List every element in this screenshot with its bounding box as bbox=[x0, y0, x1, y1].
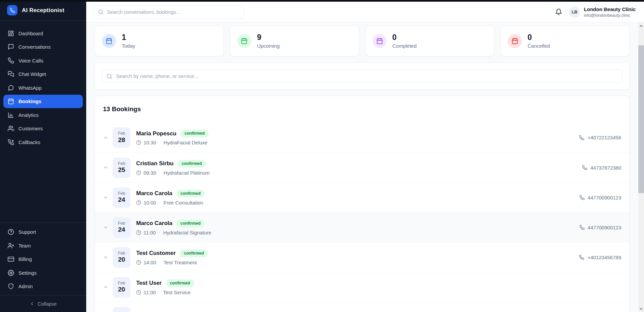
booking-date-badge: Feb 20 bbox=[113, 247, 130, 268]
search-icon bbox=[98, 9, 104, 15]
stat-value: 0 bbox=[528, 33, 550, 41]
sidebar-item-label: Analytics bbox=[18, 112, 39, 118]
sidebar-item-label: Bookings bbox=[18, 98, 41, 104]
chevron-down-icon[interactable] bbox=[103, 284, 108, 290]
sidebar-spacer bbox=[0, 149, 86, 222]
billing-icon bbox=[8, 256, 14, 262]
global-search-input[interactable] bbox=[107, 9, 240, 15]
booking-row[interactable]: Feb 28 Maria Popescu confirmed 10:30 Hyd… bbox=[95, 123, 629, 152]
whatsapp-icon bbox=[8, 85, 14, 91]
booking-date-badge: Feb 28 bbox=[113, 127, 130, 148]
booking-time: 14:00 bbox=[144, 260, 156, 265]
clock-icon bbox=[136, 170, 141, 175]
booking-customer-name: Maria Popescu bbox=[136, 130, 176, 137]
notifications-bell-icon[interactable] bbox=[555, 8, 562, 15]
booking-row[interactable]: Feb 24 Marco Carola confirmed 10:00 Free… bbox=[95, 182, 629, 212]
chevron-down-icon[interactable] bbox=[103, 165, 108, 170]
stat-value: 9 bbox=[257, 33, 280, 41]
booking-info: Test User confirmed 11:00 Test Service bbox=[136, 279, 194, 295]
sidebar-item-voice-calls[interactable]: Voice Calls bbox=[3, 54, 83, 68]
booking-day: 24 bbox=[118, 226, 125, 233]
booking-customer-name: Marco Carola bbox=[136, 220, 172, 227]
bookings-search-input[interactable] bbox=[116, 73, 618, 79]
account-name: London Beauty Clinic bbox=[584, 6, 636, 12]
sidebar-item-support[interactable]: Support bbox=[3, 225, 83, 239]
sidebar-item-settings[interactable]: Settings bbox=[3, 266, 83, 280]
booking-time: 09:30 bbox=[144, 170, 156, 176]
booking-day: 25 bbox=[118, 167, 125, 174]
analytics-icon bbox=[8, 112, 14, 118]
bookings-filter-panel bbox=[95, 62, 630, 90]
scrollbar-thumb[interactable] bbox=[638, 45, 644, 193]
booking-date-badge: Feb 24 bbox=[113, 217, 130, 238]
sidebar-collapse-button[interactable]: Collapse bbox=[0, 295, 86, 312]
booking-status-badge: confirmed bbox=[176, 190, 205, 197]
sidebar-item-bookings[interactable]: Bookings bbox=[3, 95, 83, 108]
chevron-down-icon[interactable] bbox=[103, 225, 108, 230]
booking-customer-name: Test User bbox=[136, 280, 162, 286]
sidebar-item-label: Customers bbox=[18, 126, 43, 131]
booking-date-badge: Feb bbox=[113, 307, 130, 312]
sidebar-item-billing[interactable]: Billing bbox=[3, 253, 83, 266]
stat-card-upcoming: 9 Upcoming bbox=[230, 26, 359, 56]
booking-date-badge: Feb 20 bbox=[113, 277, 130, 298]
clock-icon bbox=[136, 290, 141, 295]
dashboard-icon bbox=[8, 30, 14, 37]
booking-phone-number: 44737872380 bbox=[590, 165, 621, 171]
booking-service: HydraFacial Deluxe bbox=[164, 140, 208, 145]
booking-info: Cristian Sirbu confirmed 09:30 Hydrafaci… bbox=[136, 160, 210, 176]
account-menu[interactable]: LB London Beauty Clinic info@londonbeaut… bbox=[569, 6, 636, 18]
bookings-list: Feb 28 Maria Popescu confirmed 10:30 Hyd… bbox=[95, 123, 629, 312]
sidebar-item-callbacks[interactable]: Callbacks bbox=[3, 135, 83, 149]
stat-card-today: 1 Today bbox=[95, 26, 224, 56]
booking-phone: 44737872380 bbox=[582, 165, 621, 171]
sidebar-item-admin[interactable]: Admin bbox=[3, 280, 83, 294]
booking-service: Test Service bbox=[163, 289, 191, 295]
booking-service: Hydrafacial Platinum bbox=[164, 170, 210, 176]
scrollbar-down-arrow[interactable] bbox=[638, 306, 644, 312]
page-scrollbar[interactable] bbox=[638, 23, 644, 312]
booking-month: Feb bbox=[118, 221, 125, 226]
booking-month: Feb bbox=[118, 131, 125, 136]
stat-value: 0 bbox=[392, 33, 417, 41]
sidebar-item-team[interactable]: Team bbox=[3, 239, 83, 253]
phone-icon bbox=[582, 165, 587, 170]
sidebar-item-label: Team bbox=[18, 243, 31, 249]
sidebar-item-whatsapp[interactable]: WhatsApp bbox=[3, 81, 83, 95]
booking-date-badge: Feb 24 bbox=[113, 187, 130, 208]
sidebar-item-label: Callbacks bbox=[18, 139, 40, 145]
booking-row[interactable]: Feb Cristian Sirbu confirmed bbox=[95, 302, 629, 312]
chevron-down-icon[interactable] bbox=[103, 195, 108, 200]
chevron-down-icon[interactable] bbox=[103, 255, 108, 260]
booking-status-badge: confirmed bbox=[180, 250, 208, 257]
clock-icon bbox=[136, 140, 141, 145]
window-top-edge bbox=[0, 0, 644, 2]
search-icon bbox=[106, 73, 112, 79]
sidebar-item-dashboard[interactable]: Dashboard bbox=[3, 27, 83, 40]
sidebar-item-customers[interactable]: Customers bbox=[3, 122, 83, 136]
sidebar-item-label: Voice Calls bbox=[18, 58, 43, 63]
support-icon bbox=[8, 229, 14, 235]
sidebar-item-analytics[interactable]: Analytics bbox=[3, 108, 83, 122]
bookings-panel: 13 Bookings Feb 28 Maria Popescu confirm… bbox=[95, 96, 630, 312]
calendar-icon bbox=[373, 34, 387, 48]
global-search[interactable] bbox=[94, 6, 244, 18]
chevron-down-icon[interactable] bbox=[103, 135, 108, 140]
booking-service: Test Treatment bbox=[164, 260, 197, 265]
booking-row[interactable]: Feb 25 Cristian Sirbu confirmed 09:30 Hy… bbox=[95, 152, 629, 182]
booking-row[interactable]: Feb 24 Marco Carola confirmed 11:00 Hydr… bbox=[95, 212, 629, 242]
booking-time: 10:30 bbox=[144, 140, 156, 145]
booking-row[interactable]: Feb 20 Test User confirmed 11:00 Test Se… bbox=[95, 272, 629, 302]
sidebar-item-label: Support bbox=[18, 229, 36, 235]
team-icon bbox=[8, 242, 14, 249]
sidebar-item-chat-widget[interactable]: Chat Widget bbox=[3, 68, 83, 81]
sidebar-item-label: Conversations bbox=[18, 44, 51, 50]
sidebar: AI Receptionist Dashboard Conversations … bbox=[0, 0, 86, 312]
stat-label: Upcoming bbox=[257, 43, 280, 49]
booking-row[interactable]: Feb 20 Test Customer confirmed 14:00 Tes… bbox=[95, 242, 629, 272]
sidebar-footer-nav: Support Team Billing Settings Admin bbox=[0, 222, 86, 296]
bookings-search[interactable] bbox=[102, 69, 623, 83]
booking-day: 20 bbox=[118, 286, 125, 293]
sidebar-item-conversations[interactable]: Conversations bbox=[3, 40, 83, 54]
scrollbar-up-arrow[interactable] bbox=[638, 23, 644, 29]
